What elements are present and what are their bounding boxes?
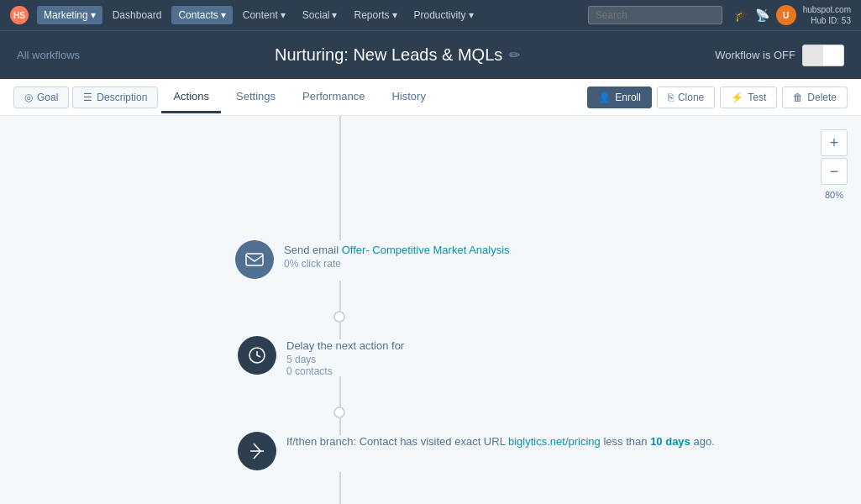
delay-days: 5 days — [286, 354, 404, 365]
test-icon: ⚡ — [731, 92, 743, 103]
workflow-header: All workflows Nurturing: New Leads & MQL… — [0, 30, 861, 79]
delete-button[interactable]: 🗑 Delete — [782, 87, 848, 108]
branch-node-title: If/then branch: Contact has visited exac… — [286, 435, 715, 448]
tab-performance[interactable]: Performance — [291, 81, 376, 113]
connector-dot-1 — [333, 311, 345, 323]
branch-node-icon — [238, 432, 276, 470]
workflow-toggle[interactable] — [802, 45, 844, 66]
toggle-switch[interactable] — [802, 45, 844, 66]
branch-days: 10 days — [650, 435, 690, 448]
all-workflows-link[interactable]: All workflows — [17, 49, 80, 61]
delay-node-title: Delay the next action for — [286, 339, 404, 352]
connector-line-top — [339, 116, 341, 240]
workflow-canvas-area: Send email Offer- Competitive Market Ana… — [0, 116, 861, 504]
search-input[interactable] — [588, 6, 722, 24]
svg-text:HS: HS — [13, 11, 25, 20]
tabs-bar: ◎ Goal ☰ Description Actions Settings Pe… — [0, 79, 861, 116]
node-delay[interactable]: Delay the next action for 5 days 0 conta… — [238, 336, 404, 377]
vline-3 — [339, 376, 341, 408]
description-icon: ☰ — [83, 92, 92, 103]
zoom-out-button[interactable]: − — [821, 158, 848, 185]
vline-1 — [339, 281, 341, 312]
delay-contacts: 0 contacts — [286, 365, 404, 377]
hubspot-info: hubspot.com Hub ID: 53 — [803, 4, 851, 26]
nav-productivity[interactable]: Productivity ▾ — [407, 6, 480, 24]
tab-settings[interactable]: Settings — [224, 81, 287, 113]
clone-button[interactable]: ⎘ Clone — [657, 87, 715, 108]
node-branch[interactable]: If/then branch: Contact has visited exac… — [238, 432, 715, 470]
toggle-off-side — [803, 45, 823, 66]
zoom-in-button[interactable]: + — [821, 129, 848, 156]
clone-icon: ⎘ — [668, 92, 674, 103]
workflow-canvas[interactable]: Send email Offer- Competitive Market Ana… — [0, 116, 861, 504]
nav-logo[interactable]: HS — [10, 6, 29, 24]
vline-branch — [339, 472, 341, 504]
enroll-icon: 👤 — [598, 92, 611, 103]
description-button[interactable]: ☰ Description — [72, 87, 158, 108]
delay-node-text: Delay the next action for 5 days 0 conta… — [286, 336, 404, 377]
toggle-on-side — [823, 45, 843, 66]
enroll-button[interactable]: 👤 Enroll — [587, 87, 652, 108]
tab-history[interactable]: History — [380, 81, 437, 113]
nav-contacts[interactable]: Contacts ▾ — [171, 6, 232, 24]
notifications-icon[interactable]: 📡 — [755, 8, 769, 22]
delay-node-icon — [238, 336, 276, 375]
nav-marketing[interactable]: Marketing ▾ — [37, 6, 102, 24]
edit-title-icon[interactable]: ✏ — [509, 47, 520, 63]
tab-action-buttons: 👤 Enroll ⎘ Clone ⚡ Test 🗑 Delete — [587, 87, 848, 108]
test-button[interactable]: ⚡ Test — [720, 87, 777, 108]
nav-social[interactable]: Social ▾ — [296, 6, 344, 24]
branch-url-link[interactable]: biglytics.net/pricing — [508, 435, 601, 448]
nav-dashboard[interactable]: Dashboard — [106, 6, 169, 24]
user-avatar[interactable]: U — [776, 5, 796, 25]
email-node-text: Send email Offer- Competitive Market Ana… — [284, 240, 510, 270]
nav-reports[interactable]: Reports ▾ — [347, 6, 403, 24]
connector-dot-2 — [333, 407, 345, 418]
academy-icon[interactable]: 🎓 — [734, 8, 748, 22]
email-link[interactable]: Offer- Competitive Market Analysis — [342, 244, 510, 256]
zoom-controls: + − 80% — [821, 129, 848, 200]
workflow-title-bar: Nurturing: New Leads & MQLs ✏ — [80, 45, 715, 65]
tab-actions[interactable]: Actions — [161, 81, 221, 113]
nav-content[interactable]: Content ▾ — [236, 6, 292, 24]
email-node-meta: 0% click rate — [284, 258, 510, 270]
top-navigation: HS Marketing ▾ Dashboard Contacts ▾ Cont… — [0, 0, 861, 30]
workflow-status-area: Workflow is OFF — [715, 45, 844, 66]
goal-icon: ◎ — [24, 92, 33, 103]
node-send-email[interactable]: Send email Offer- Competitive Market Ana… — [235, 240, 510, 279]
workflow-status-label: Workflow is OFF — [715, 49, 795, 61]
email-node-icon — [235, 240, 274, 279]
branch-node-text: If/then branch: Contact has visited exac… — [286, 432, 715, 449]
email-node-title: Send email Offer- Competitive Market Ana… — [284, 244, 510, 256]
svg-rect-2 — [246, 254, 263, 265]
delete-icon: 🗑 — [793, 92, 803, 103]
nav-right-controls: 🎓 📡 U hubspot.com Hub ID: 53 — [734, 4, 851, 26]
goal-button[interactable]: ◎ Goal — [13, 87, 69, 108]
workflow-title: Nurturing: New Leads & MQLs — [275, 45, 502, 65]
zoom-level: 80% — [821, 190, 848, 200]
